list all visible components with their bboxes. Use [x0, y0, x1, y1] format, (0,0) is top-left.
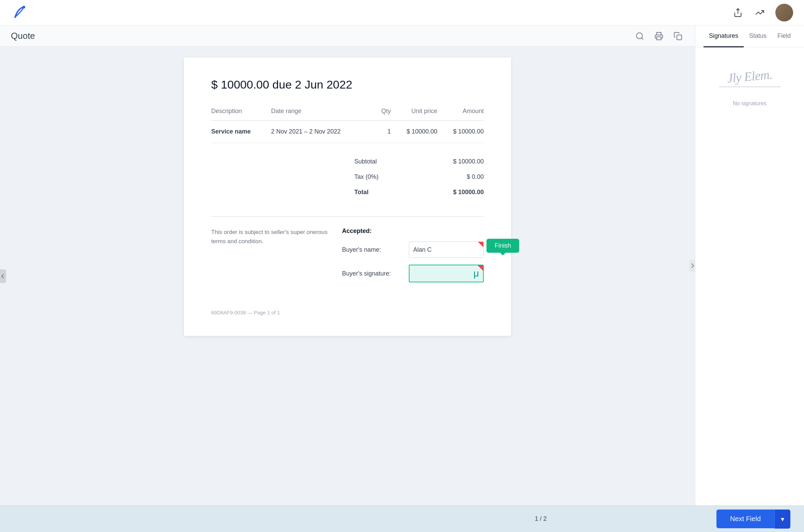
signature-underline — [719, 87, 780, 87]
doc-toolbar: Quote — [0, 26, 695, 47]
print-icon[interactable] — [653, 30, 665, 42]
row-description: Service name — [211, 121, 271, 143]
buyer-name-label: Buyer's name: — [342, 246, 403, 253]
col-description: Description — [211, 108, 271, 121]
row-date-range: 2 Nov 2021 – 2 Nov 2022 — [271, 121, 376, 143]
svg-point-2 — [636, 33, 642, 38]
tab-status[interactable]: Status — [744, 26, 772, 47]
signature-preview-image: Jly Elem. — [727, 67, 773, 85]
main-content: Quote — [0, 26, 804, 505]
next-field-dropdown-button[interactable]: ▾ — [774, 510, 790, 529]
invoice-table: Description Date range Qty Unit price Am… — [211, 108, 484, 143]
table-row: Service name 2 Nov 2021 – 2 Nov 2022 1 $… — [211, 121, 484, 143]
tax-row: Tax (0%) $ 0.00 — [354, 169, 484, 185]
app-header — [0, 0, 804, 26]
finish-button[interactable]: Finish — [486, 239, 519, 253]
subtotal-row: Subtotal $ 10000.00 — [354, 154, 484, 169]
document-area: Quote — [0, 26, 695, 505]
next-field-button[interactable]: Next Field — [716, 510, 774, 528]
doc-scroll: $ 10000.00 due 2 Jun 2022 Description Da… — [0, 47, 695, 505]
right-panel: Signatures Status Field Jly Elem. No sig… — [695, 26, 804, 505]
tax-value: $ 0.00 — [467, 173, 484, 181]
amount-due: $ 10000.00 due 2 Jun 2022 — [211, 78, 484, 91]
totals-section: Subtotal $ 10000.00 Tax (0%) $ 0.00 Tota… — [211, 154, 484, 200]
accepted-title: Accepted: — [342, 228, 484, 235]
subtotal-label: Subtotal — [354, 158, 377, 165]
total-row: Total $ 10000.00 — [354, 185, 484, 200]
header-left — [11, 4, 27, 21]
toolbar-icons — [634, 30, 684, 42]
col-amount: Amount — [437, 108, 484, 121]
page-id: 69D6AF9-0038 — Page 1 of 1 — [211, 310, 484, 315]
section-divider — [211, 216, 484, 217]
col-unit-price: Unit price — [391, 108, 437, 121]
svg-rect-4 — [657, 37, 661, 40]
accepted-section: Accepted: Buyer's name: Alan C — [342, 228, 484, 289]
doc-footer: This order is subject to seller's super … — [211, 228, 484, 289]
panel-tabs: Signatures Status Field — [695, 26, 804, 47]
tab-field[interactable]: Field — [772, 26, 796, 47]
copy-icon[interactable] — [672, 30, 684, 42]
field-corner-signature — [478, 265, 483, 271]
document-page: $ 10000.00 due 2 Jun 2022 Description Da… — [184, 58, 511, 336]
row-unit-price: $ 10000.00 — [391, 121, 437, 143]
panel-content: Jly Elem. No signatures — [695, 47, 804, 505]
total-value: $ 10000.00 — [453, 189, 484, 196]
svg-line-3 — [641, 38, 643, 40]
terms-text: This order is subject to seller's super … — [211, 228, 328, 246]
buyer-name-input[interactable]: Alan C — [409, 241, 484, 258]
search-icon[interactable] — [634, 30, 646, 42]
subtotal-value: $ 10000.00 — [453, 158, 484, 165]
signature-preview: Jly Elem. — [712, 61, 787, 95]
buyer-signature-input[interactable]: μ — [409, 265, 484, 282]
buyer-signature-label: Buyer's signature: — [342, 270, 403, 277]
share-icon[interactable] — [732, 6, 744, 19]
header-right — [732, 4, 793, 21]
bottom-bar: 1 / 2 Next Field ▾ — [0, 505, 804, 532]
analytics-icon[interactable] — [754, 6, 766, 19]
no-signatures-text: No signatures — [733, 100, 767, 107]
tab-signatures[interactable]: Signatures — [704, 26, 744, 47]
user-avatar[interactable] — [775, 4, 793, 21]
col-date-range: Date range — [271, 108, 376, 121]
total-label: Total — [354, 189, 369, 196]
buyer-name-field-wrapper: Alan C Finish — [409, 241, 484, 258]
tax-label: Tax (0%) — [354, 173, 378, 181]
buyer-name-row: Buyer's name: Alan C Finish — [342, 241, 484, 258]
svg-point-0 — [22, 6, 25, 9]
row-qty: 1 — [376, 121, 391, 143]
row-amount: $ 10000.00 — [437, 121, 484, 143]
col-qty: Qty — [376, 108, 391, 121]
next-field-btn-group: Next Field ▾ — [716, 510, 790, 529]
left-collapse-btn[interactable] — [0, 269, 6, 283]
field-corner-indicator — [478, 242, 483, 247]
finish-tooltip: Finish — [486, 239, 519, 253]
buyer-signature-row: Buyer's signature: μ — [342, 265, 484, 282]
page-indicator: 1 / 2 — [365, 515, 716, 522]
app-logo — [11, 4, 27, 21]
buyer-name-value: Alan C — [413, 246, 432, 253]
doc-title: Quote — [11, 31, 35, 41]
svg-rect-5 — [677, 35, 682, 40]
totals-table: Subtotal $ 10000.00 Tax (0%) $ 0.00 Tota… — [354, 154, 484, 200]
panel-collapse-btn[interactable] — [689, 260, 695, 272]
